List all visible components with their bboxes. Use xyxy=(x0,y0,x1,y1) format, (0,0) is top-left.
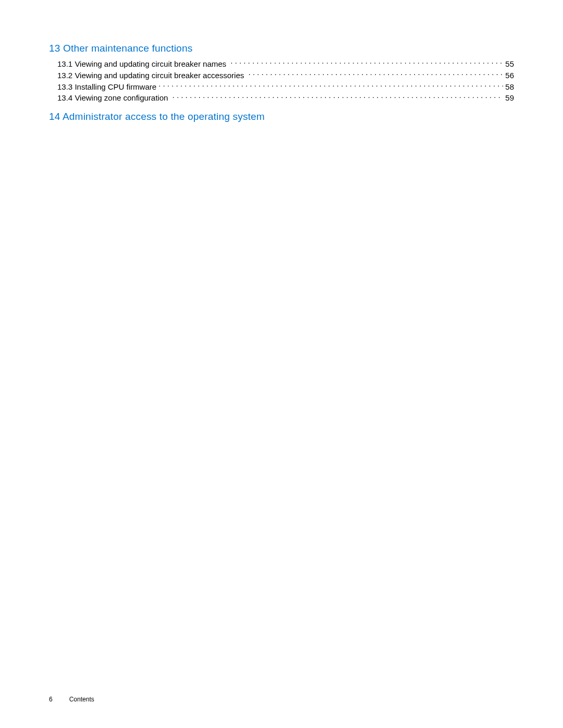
subsection-row[interactable]: 13.3 Installing CPU firmware 58 xyxy=(57,81,514,93)
subsection-title: Installing CPU firmware xyxy=(75,81,156,93)
leader-dots xyxy=(230,59,503,67)
section-number: 13 xyxy=(49,43,60,54)
page-footer: 6 Contents xyxy=(49,696,94,703)
section-13-subsections: 13.1 Viewing and updating circuit breake… xyxy=(57,58,514,104)
subsection-page: 59 xyxy=(505,92,514,104)
footer-label: Contents xyxy=(69,696,94,703)
subsection-number: 13.3 xyxy=(57,81,72,93)
leader-dots xyxy=(248,70,503,78)
subsection-page: 58 xyxy=(505,81,514,93)
subsection-title: Viewing and updating circuit breaker acc… xyxy=(75,70,244,81)
section-13-title[interactable]: 13 Other maintenance functions xyxy=(49,43,514,54)
footer-page-number: 6 xyxy=(49,696,53,703)
toc-content: 13 Other maintenance functions 13.1 View… xyxy=(49,43,514,127)
section-number: 14 xyxy=(49,111,60,122)
section-title-text: Other maintenance functions xyxy=(63,43,192,54)
subsection-number: 13.1 xyxy=(57,58,72,70)
subsection-number: 13.2 xyxy=(57,70,72,81)
subsection-row[interactable]: 13.4 Viewing zone configuration 59 xyxy=(57,92,514,104)
subsection-page: 56 xyxy=(505,70,514,81)
subsection-number: 13.4 xyxy=(57,92,72,104)
subsection-row[interactable]: 13.2 Viewing and updating circuit breake… xyxy=(57,70,514,81)
leader-dots xyxy=(158,82,503,90)
subsection-title: Viewing zone configuration xyxy=(75,92,168,104)
subsection-row[interactable]: 13.1 Viewing and updating circuit breake… xyxy=(57,58,514,70)
section-14-title[interactable]: 14 Administrator access to the operating… xyxy=(49,111,514,122)
leader-dots xyxy=(173,93,504,101)
section-title-text: Administrator access to the operating sy… xyxy=(63,111,265,122)
subsection-title: Viewing and updating circuit breaker nam… xyxy=(75,58,226,70)
subsection-page: 55 xyxy=(505,58,514,70)
